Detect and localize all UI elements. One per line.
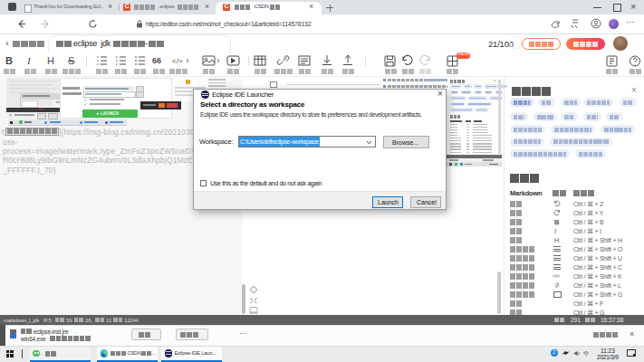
svg-text:S: S — [68, 55, 74, 66]
svg-text:</>: </> — [172, 57, 183, 65]
svg-text:I: I — [26, 55, 32, 66]
svg-text:B: B — [5, 55, 13, 66]
svg-text:H: H — [47, 55, 54, 66]
svg-text:66: 66 — [152, 56, 161, 65]
